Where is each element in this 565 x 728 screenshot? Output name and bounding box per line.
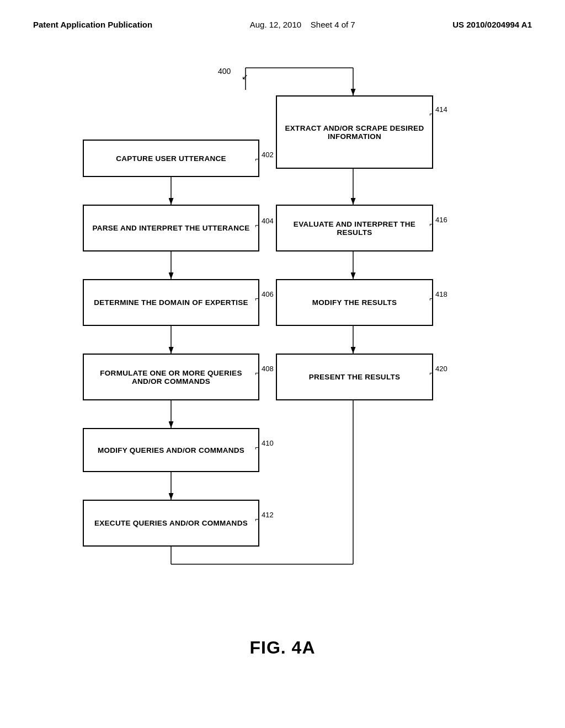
ref-414: 414 [435,105,447,114]
ref-420-hook: ⌐ [429,369,434,377]
figure-caption: FIG. 4A [249,638,315,658]
header-center: Aug. 12, 2010 Sheet 4 of 7 [250,20,355,29]
ref-416: 416 [435,216,447,224]
ref-404-hook: ⌐ [255,221,259,229]
box-416: EVALUATE AND INTERPRET THE RESULTS [276,205,433,251]
header-sheet: Sheet 4 of 7 [311,20,355,29]
ref-418-hook: ⌐ [429,295,434,303]
box-414: EXTRACT AND/OR SCRAPE DESIRED INFORMATIO… [276,95,433,169]
ref-408-hook: ⌐ [255,369,259,377]
box-404: PARSE AND INTERPRET THE UTTERANCE [83,205,259,251]
header-right: US 2010/0204994 A1 [452,20,532,29]
ref-416-hook: ⌐ [429,220,434,228]
page-header: Patent Application Publication Aug. 12, … [0,0,565,29]
diagram-area: 400 ↙ CAPTURE USER UTTERANCE 402 ⌐ PARSE… [0,35,565,675]
ref-406-hook: ⌐ [255,295,259,303]
ref-414-hook: ⌐ [429,110,434,118]
box-410: MODIFY QUERIES AND/OR COMMANDS [83,428,259,472]
box-412: EXECUTE QUERIES AND/OR COMMANDS [83,500,259,547]
ref-400: 400 [218,67,231,76]
ref-410-hook: ⌐ [255,443,259,452]
header-left: Patent Application Publication [33,20,152,29]
ref-412-hook: ⌐ [255,515,259,523]
ref-404: 404 [262,217,274,225]
box-418: MODIFY THE RESULTS [276,279,433,326]
ref-402-hook: ⌐ [255,155,259,163]
ref-408: 408 [262,365,274,373]
ref-420: 420 [435,365,447,373]
box-408: FORMULATE ONE OR MORE QUERIES AND/OR COM… [83,354,259,400]
ref-402: 402 [262,151,274,159]
ref-400-tick: ↙ [242,72,248,81]
ref-418: 418 [435,290,447,298]
ref-410: 410 [262,439,274,447]
box-420: PRESENT THE RESULTS [276,354,433,400]
ref-412: 412 [262,511,274,519]
box-402: CAPTURE USER UTTERANCE [83,140,259,177]
box-406: DETERMINE THE DOMAIN OF EXPERTISE [83,279,259,326]
header-date: Aug. 12, 2010 [250,20,301,29]
ref-406: 406 [262,290,274,298]
